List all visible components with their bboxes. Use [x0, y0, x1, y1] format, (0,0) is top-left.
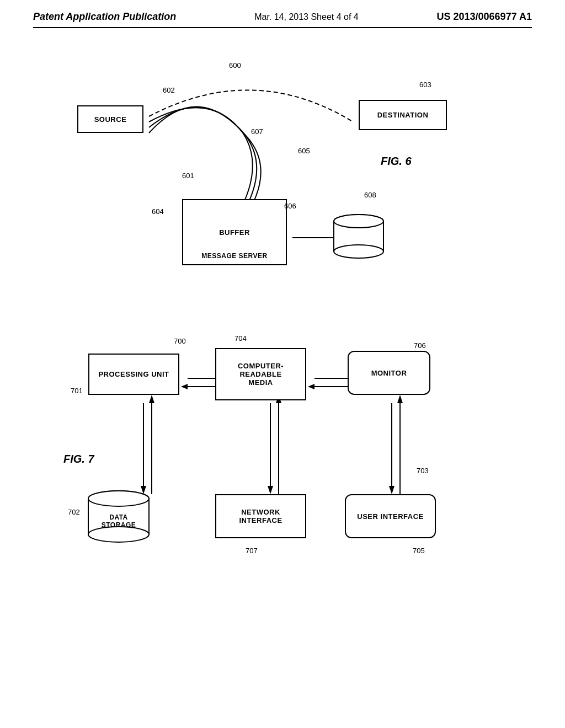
- destination-box: DESTINATION: [359, 100, 447, 130]
- svg-marker-20: [149, 395, 154, 403]
- source-box: SOURCE: [77, 105, 143, 133]
- fig6-label: FIG. 6: [381, 155, 412, 168]
- svg-marker-26: [389, 486, 395, 494]
- svg-marker-22: [268, 486, 273, 494]
- message-server-box: BUFFER MESSAGE SERVER: [182, 199, 287, 265]
- fig7-diagram: PROCESSING UNIT COMPUTER- READABLE MEDIA…: [33, 331, 532, 607]
- svg-point-7: [334, 245, 383, 258]
- ref-607: 607: [251, 127, 263, 136]
- ref-704: 704: [234, 334, 247, 342]
- ref-604: 604: [152, 207, 164, 216]
- ref-703: 703: [417, 467, 429, 475]
- message-server-label: MESSAGE SERVER: [201, 252, 267, 260]
- ref-603: 603: [419, 81, 431, 89]
- header-patent-number: US 2013/0066977 A1: [437, 11, 532, 23]
- ref-702: 702: [68, 508, 80, 516]
- svg-point-31: [88, 527, 149, 542]
- ref-600: 600: [229, 61, 241, 69]
- page-header: Patent Application Publication Mar. 14, …: [33, 11, 532, 28]
- header-publication-title: Patent Application Publication: [33, 11, 176, 23]
- ref-601: 601: [182, 172, 194, 180]
- ref-606: 606: [284, 202, 296, 210]
- svg-point-32: [88, 491, 149, 506]
- fig6-cylinder-svg: [331, 213, 386, 263]
- user-interface-box: USER INTERFACE: [345, 494, 436, 538]
- header-date-sheet: Mar. 14, 2013 Sheet 4 of 4: [254, 12, 359, 22]
- ref-706: 706: [414, 341, 426, 350]
- svg-point-8: [334, 215, 383, 228]
- ref-602: 602: [163, 86, 175, 94]
- ref-701: 701: [71, 387, 83, 395]
- processing-unit-box: PROCESSING UNIT: [88, 354, 179, 395]
- computer-readable-media-box: COMPUTER- READABLE MEDIA: [215, 348, 306, 400]
- page: Patent Application Publication Mar. 14, …: [0, 0, 565, 728]
- fig7-label: FIG. 7: [63, 453, 94, 465]
- ref-705: 705: [413, 547, 425, 555]
- svg-marker-12: [181, 384, 188, 389]
- svg-marker-16: [308, 384, 315, 389]
- fig6-svg: [33, 45, 532, 309]
- ref-605: 605: [298, 147, 310, 155]
- svg-marker-28: [397, 395, 403, 403]
- fig6-diagram: SOURCE DESTINATION BUFFER MESSAGE SERVER…: [33, 45, 532, 309]
- ref-707: 707: [246, 547, 258, 555]
- network-interface-box: NETWORK INTERFACE: [215, 494, 306, 538]
- data-storage-label: DATA STORAGE: [91, 513, 146, 529]
- monitor-box: MONITOR: [348, 351, 430, 395]
- ref-700: 700: [174, 337, 186, 345]
- ref-608: 608: [364, 191, 376, 199]
